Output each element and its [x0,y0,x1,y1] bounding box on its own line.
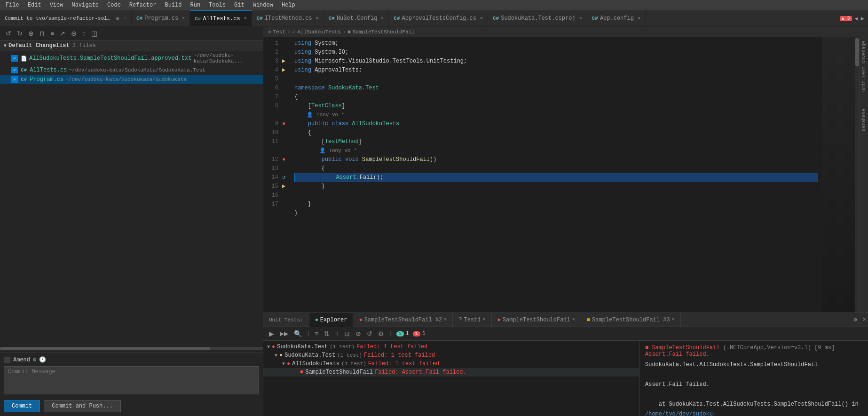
file-checkbox-2[interactable] [11,67,18,73]
ut-play-btn[interactable]: ▶ [267,329,276,338]
tab-close-icon[interactable]: × [638,16,640,21]
tab-close-icon[interactable]: × [381,16,384,21]
tab-sample-fail-3[interactable]: ■ SampleTestShouldFail #3 × [581,313,681,327]
test-item-sample-test[interactable]: ■ SampleTestShouldFail Failed: Assert.Fa… [263,368,639,376]
tab-fail3-label: SampleTestShouldFail #3 [592,317,670,323]
menu-run[interactable]: Run [186,1,204,9]
tab-csproj[interactable]: C# SudokuKata.Test.csproj × [488,10,587,27]
ut-refresh-btn[interactable]: ↺ [365,329,374,338]
tab-fail-close[interactable]: × [572,317,575,322]
amend-gear-icon[interactable]: ⚙ [33,356,36,363]
ut-filter1-btn[interactable]: ≡ [313,329,320,338]
git-pull-btn[interactable]: ⊓ [38,29,47,38]
breadcrumb-test[interactable]: Test [273,29,285,35]
test-item-sudokukata-test-2[interactable]: ▼ ● SudokuKata.Test (1 test) Failed: 1 t… [263,351,639,360]
unit-test-close-icon[interactable]: × [861,317,868,323]
tab-close-icon[interactable]: × [480,16,483,21]
scroll-right-icon[interactable]: ▶ [861,15,864,22]
amend-row: Amend ⚙ 🕐 [4,356,259,363]
test-item-all-sudoku-tests[interactable]: ▼ ● AllSudokuTests (1 test) Failed: 1 te… [263,360,639,368]
tab-sample-fail-2[interactable]: ● SampleTestShouldFail #2 × [353,313,453,327]
tab-program-cs[interactable]: C# Program.cs × [132,10,190,27]
tab-close-icon[interactable]: × [316,16,319,21]
menu-build[interactable]: Build [161,1,185,9]
menu-refactor[interactable]: Refactor [126,1,160,9]
git-remove-btn[interactable]: ⊖ [69,29,79,38]
cs-icon: C# [394,16,400,21]
unit-test-tree: ▼ ● SudokuKata.Test (1 test) Failed: 1 t… [263,341,639,416]
changelist-header[interactable]: ▼ Default Changelist 3 files [0,40,263,51]
menu-edit[interactable]: Edit [24,1,45,9]
detail-link-line[interactable]: /home/tvo/dev/sudoku-kata/SudokuKata/Sud… [645,410,862,416]
commit-area: Amend ⚙ 🕐 Commit Commit and Push... [0,352,263,416]
database-label[interactable]: Database [860,105,868,135]
tab-label: Program.cs [144,15,178,22]
tab-app-config[interactable]: C# App.config × [587,10,646,27]
detail-file-link[interactable]: /home/tvo/dev/sudoku-kata/SudokuKata/Sud… [645,411,818,416]
file-checkbox-3[interactable] [11,76,18,83]
ut-add-btn[interactable]: ⊕ [354,329,363,338]
file-checkbox-1[interactable] [11,55,18,62]
git-diff-btn[interactable]: ◫ [89,29,99,38]
tab-nuget-config[interactable]: C# NuGet.Config × [324,10,389,27]
amend-checkbox[interactable] [4,357,10,363]
ut-filter2-btn[interactable]: ⇅ [322,329,331,338]
ut-filter3-btn[interactable]: ↑ [333,329,340,338]
menu-navigate[interactable]: Navigate [68,1,103,9]
ut-settings-btn[interactable]: ⚙ [376,329,386,338]
ut-search-btn[interactable]: 🔍 [292,329,304,338]
git-swap-btn[interactable]: ↕ [80,29,87,38]
tab-minimize-icon[interactable]: − [123,15,126,22]
tab-approvaltests-config[interactable]: C# ApprovalTestsConfig.cs × [389,10,488,27]
test-name-2: SudokuKata.Test [284,352,335,359]
tab-close-icon[interactable]: × [244,16,247,21]
tab-label: SudokuKata.Test.csproj [501,15,575,22]
editor-scrollbar[interactable] [855,37,860,312]
tab-fail2-close[interactable]: × [444,317,447,322]
file-item-approved-txt[interactable]: 📄 AllSudokuTests.SampleTestShouldFail.ap… [0,51,263,65]
test-status-2: Failed: 1 test failed [364,352,435,359]
git-push-btn[interactable]: ↗ [58,29,67,38]
git-add-btn[interactable]: ⊕ [26,29,36,38]
breadcrumb-class[interactable]: AllSudokuTests [297,29,340,35]
errors-badge[interactable]: ▲ 3 [840,16,852,21]
tab-explorer[interactable]: ● Explorer [309,313,354,327]
tab-close-icon[interactable]: × [579,16,582,21]
menu-git[interactable]: Git [230,1,248,9]
menu-tools[interactable]: Tools [205,1,229,9]
git-redo-btn[interactable]: ↻ [15,29,24,38]
menu-window[interactable]: Window [249,1,277,9]
tab-commit[interactable]: Commit to tvo/sample-refactor-solution-s… [0,10,132,27]
commit-and-push-button[interactable]: Commit and Push... [44,400,121,412]
ut-group-btn[interactable]: ⊟ [342,329,352,338]
menu-bar: File Edit View Navigate Code Refactor Bu… [0,0,868,10]
menu-file[interactable]: File [2,1,23,9]
main-layout: ↺ ↻ ⊕ ⊓ ≡ ↗ ⊖ ↕ ◫ ▼ Default Changelist 3… [0,27,868,416]
unit-test-settings-btn[interactable]: ⚙ [850,316,861,323]
file-item-program-cs[interactable]: C# Program.cs ~/dev/sudoku-kata/SudokuKa… [0,75,263,84]
menu-view[interactable]: View [46,1,67,9]
breadcrumb-method[interactable]: SampleTestShouldFail [353,29,415,35]
tab-close-icon[interactable]: × [182,16,185,21]
commit-message-input[interactable] [4,366,259,394]
test-item-sudokukata-test-1[interactable]: ▼ ● SudokuKata.Test (1 test) Failed: 1 t… [263,343,639,351]
tab-alltests-cs[interactable]: C# AllTests.cs × [190,10,252,27]
menu-help[interactable]: Help [278,1,299,9]
code-lines[interactable]: using System; using System.IO; using Mic… [291,37,822,312]
git-undo-btn[interactable]: ↺ [4,29,13,38]
git-menu-btn[interactable]: ≡ [48,29,56,38]
amend-clock-icon[interactable]: 🕐 [39,356,46,363]
commit-button[interactable]: Commit [4,400,40,412]
menu-code[interactable]: Code [103,1,125,9]
unit-test-coverage-label[interactable]: Unit Test Coverage [860,37,868,96]
scroll-left-icon[interactable]: ◀ [855,15,858,22]
tab-gear-icon[interactable]: ⚙ [116,15,119,22]
tab-test1[interactable]: ? Test1 × [453,313,491,327]
tab-fail3-close[interactable]: × [672,317,675,322]
file-item-alltests-cs[interactable]: C# AllTests.cs ~/dev/sudoku-kata/SudokuK… [0,65,263,75]
tab-sample-fail[interactable]: ● SampleTestShouldFail × [492,313,581,327]
tab-test1-close[interactable]: × [483,317,486,322]
ut-play-all-btn[interactable]: ▶▶ [278,329,290,338]
tab-itestmethod-cs[interactable]: C# ITestMethod.cs × [252,10,324,27]
git-scrollbar[interactable] [0,347,263,350]
